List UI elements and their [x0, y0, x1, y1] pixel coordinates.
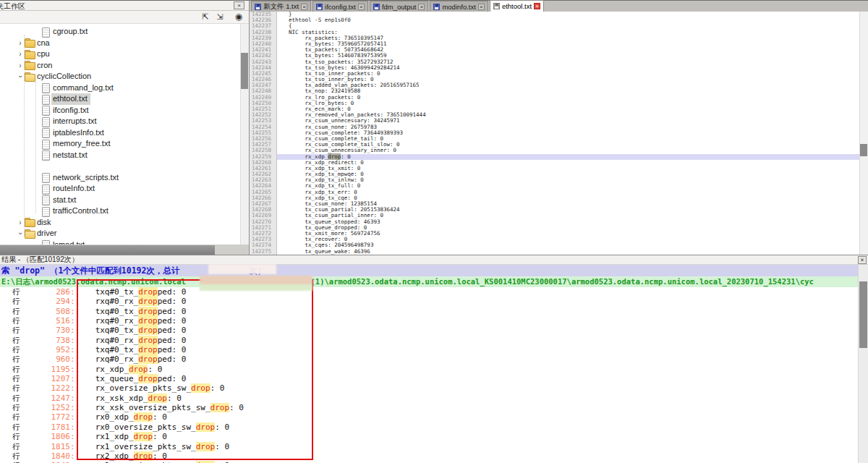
tree-item[interactable]: › stat.txt [0, 195, 240, 206]
chevron-icon[interactable]: › [16, 60, 25, 72]
tree-item[interactable]: › cgroup.txt [0, 26, 240, 38]
editor-tab[interactable]: modinfo.txt × [430, 1, 488, 12]
result-row[interactable]: 行 1840: rx2_xdp_drop: 0 [0, 451, 858, 461]
tree-item[interactable]: › disk [0, 217, 240, 229]
chevron-icon[interactable]: › [16, 48, 25, 60]
match-highlight: drop [191, 383, 210, 393]
chevron-icon[interactable]: › [16, 38, 25, 49]
tree-item[interactable]: › cna [0, 38, 240, 49]
chevron-icon[interactable]: › [16, 217, 25, 229]
tree-item-icon [41, 95, 51, 103]
match-highlight: drop [138, 345, 158, 354]
tree-item-icon [25, 61, 35, 69]
editor-tab[interactable]: ifconfig.txt × [312, 1, 368, 12]
result-row[interactable]: 行 1252: rx_xsk_oversize_pkts_sw_drop: 0 [0, 403, 858, 412]
tab-label: fdm_output [382, 3, 417, 11]
editor-line: 142237 { [250, 23, 859, 29]
tree-item[interactable]: › cpu [0, 48, 240, 60]
result-row[interactable]: 行 730: txq#0_tx_dropped: 0 [0, 326, 858, 335]
tab-label: ethtool.txt [502, 2, 532, 10]
tab-close-icon[interactable]: × [358, 4, 365, 10]
tab-close-icon[interactable]: × [478, 4, 485, 10]
tree-horizontal-scrollbar-thumb[interactable] [0, 245, 215, 255]
locate-file-icon[interactable]: ◉ [233, 12, 244, 22]
result-row[interactable]: 行 1781: rx0_oversize_pkts_sw_drop: 0 [0, 422, 858, 432]
tree-vertical-scrollbar-thumb[interactable] [241, 53, 248, 89]
match-highlight: drop [134, 412, 153, 422]
row-label: 行 [12, 345, 22, 354]
row-label: 行 [12, 442, 22, 451]
results-vertical-scrollbar-thumb[interactable] [859, 281, 867, 348]
row-line-number: 730 [22, 326, 70, 335]
workspace-close-icon[interactable]: × [234, 1, 244, 9]
match-highlight: drop [134, 432, 153, 441]
row-label: 行 [12, 374, 22, 383]
row-line-number: 1207 [22, 374, 70, 383]
row-line-number: 1840 [22, 451, 70, 461]
tree-item[interactable]: › lsmod.txt [0, 239, 240, 245]
tree-item[interactable]: › ifconfig.txt [0, 105, 240, 116]
redaction-blur [208, 264, 276, 274]
tree-item[interactable]: › iptablesInfo.txt [0, 127, 240, 139]
tree-item-label: cgroup.txt [51, 26, 90, 38]
tree-item[interactable]: › interrupts.txt [0, 116, 240, 127]
tree-item[interactable]: › trafficControl.txt [0, 205, 240, 217]
editor-vertical-scrollbar-thumb[interactable] [860, 144, 867, 156]
tree-item[interactable]: › driver [0, 228, 240, 239]
expand-all-icon[interactable]: ⇱ [200, 12, 211, 22]
save-icon [373, 4, 380, 10]
tab-close-icon[interactable]: × [534, 3, 540, 9]
results-file-path[interactable]: E:\日志\armod0523.odata.ncmp.unicom.locala… [0, 276, 858, 287]
result-row[interactable]: 行 1195: rx_xdp_drop: 0 [0, 365, 858, 374]
match-highlight: drop [138, 287, 158, 297]
save-icon [433, 4, 440, 10]
editor-tab[interactable]: ethtool.txt × [490, 0, 544, 12]
tree-item-icon [41, 140, 51, 148]
tree-item-icon [41, 117, 51, 126]
row-label: 行 [12, 451, 22, 461]
editor-tab[interactable]: fdm_output × [370, 1, 429, 12]
tree-item-label: command_log.txt [51, 82, 116, 94]
row-line-number: 1222 [22, 383, 70, 393]
result-row[interactable]: 行 1222: rx_oversize_pkts_sw_drop: 0 [0, 383, 858, 393]
result-row[interactable]: 行 294: rxq#0_rx_dropped: 0 [0, 297, 858, 306]
tree-item[interactable]: › ethtool.txt [0, 93, 240, 105]
result-row[interactable]: 行 508: txq#0_tx_dropped: 0 [0, 307, 858, 316]
tree-item[interactable]: › command_log.txt [0, 82, 240, 94]
editor-code-area[interactable]: 142235 } 142236 ethtool -S enp1s0f0 1422… [250, 12, 859, 255]
row-label: 行 [12, 287, 22, 297]
result-row[interactable]: 行 952: txq#0_tx_dropped: 0 [0, 345, 858, 354]
result-row[interactable]: 行 1772: rx0_xdp_drop: 0 [0, 412, 858, 422]
tree-item[interactable]: › memory_free.txt [0, 138, 240, 150]
tab-close-icon[interactable]: × [418, 4, 425, 10]
collapse-all-icon[interactable]: ⇲ [214, 12, 226, 22]
tree-item-icon [25, 50, 35, 59]
match-highlight: drop [138, 354, 158, 364]
tree-item[interactable]: › cyclicCollection [0, 71, 240, 82]
tree-item-label: cna [35, 38, 53, 49]
result-row[interactable]: 行 516: rxq#0_rx_dropped: 0 [0, 316, 858, 326]
tree-item-label: ethtool.txt [51, 93, 90, 105]
tree-item[interactable]: › netstat.txt [0, 150, 240, 161]
save-icon [493, 3, 500, 9]
result-row[interactable]: 行 960: rxq#0_rx_dropped: 0 [0, 354, 858, 364]
editor-line: 142236 ethtool -S enp1s0f0 [250, 17, 859, 23]
tree-item-icon [41, 83, 51, 92]
results-close-icon[interactable]: × [858, 256, 867, 264]
tree-item-label: cpu [35, 48, 53, 60]
result-row[interactable]: 行 1247: rx_xsk_xdp_drop: 0 [0, 394, 858, 403]
result-row[interactable]: 行 738: rxq#0_rx_dropped: 0 [0, 336, 858, 345]
editor-vertical-scrollbar[interactable] [859, 12, 868, 255]
result-row[interactable]: 行 1207: tx_queue_dropped: 0 [0, 374, 858, 383]
tree-item[interactable]: › cron [0, 60, 240, 72]
result-row[interactable]: 行 1815: rx1_oversize_pkts_sw_drop: 0 [0, 442, 858, 451]
row-label: 行 [12, 336, 22, 345]
result-row[interactable]: 行 286: txq#0_tx_dropped: 0 [0, 287, 858, 297]
tree-item-icon [41, 27, 51, 36]
tab-close-icon[interactable]: × [301, 4, 307, 10]
tree-item[interactable]: › routeInfo.txt [0, 183, 240, 195]
result-row[interactable]: 行 1806: rx1_xdp_drop: 0 [0, 432, 858, 441]
tree-item-icon [25, 218, 35, 226]
editor-tab[interactable]: 新文件 1.txt × [251, 1, 311, 12]
tree-item[interactable]: › network_scripts.txt [0, 172, 240, 184]
